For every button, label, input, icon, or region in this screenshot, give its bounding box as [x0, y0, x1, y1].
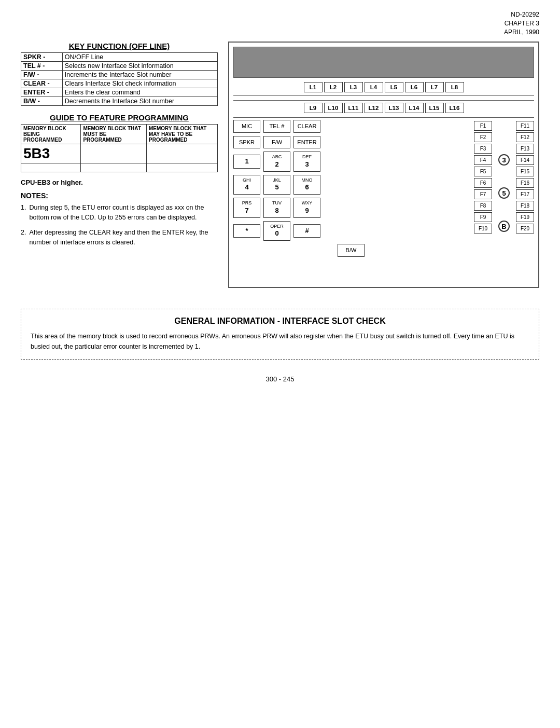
key-4[interactable]: GHI 4: [233, 175, 260, 195]
l-button[interactable]: L1: [304, 82, 323, 92]
f-button-f9[interactable]: F9: [474, 212, 492, 222]
l-button[interactable]: L11: [344, 103, 363, 113]
f-button-f7[interactable]: F7: [474, 189, 492, 199]
note-num-2: 2.: [21, 228, 26, 248]
left-column: KEY FUNCTION (OFF LINE) SPKR -ON/OFF Lin…: [21, 42, 218, 288]
key3-sub: DEF: [297, 154, 317, 160]
key6-num: 6: [297, 183, 317, 192]
key-star[interactable]: *: [233, 224, 260, 238]
f-button-row: F14: [516, 155, 534, 165]
badge-5: 5: [498, 187, 510, 199]
key-function-key: CLEAR -: [21, 79, 63, 88]
lcd-display: [233, 47, 534, 78]
l-button[interactable]: L6: [405, 82, 424, 92]
f-button-f4[interactable]: F4: [474, 155, 492, 165]
f-button-row: F2: [474, 132, 492, 142]
l-button[interactable]: L3: [344, 82, 363, 92]
guide-col3-header: MEMORY BLOCK THAT MAY HAVE TO BE PROGRAM…: [146, 125, 217, 144]
l-button[interactable]: L14: [405, 103, 424, 113]
l-button[interactable]: L7: [425, 82, 444, 92]
guide-col2-val: [81, 144, 147, 163]
l-buttons-row2: L9L10L11L12L13L14L15L16: [233, 103, 534, 113]
key-1[interactable]: 1: [233, 155, 260, 169]
f-button-row: F5: [474, 167, 492, 176]
main-content: KEY FUNCTION (OFF LINE) SPKR -ON/OFF Lin…: [21, 42, 539, 288]
key-function-key: TEL # -: [21, 62, 63, 71]
l-button[interactable]: L2: [324, 82, 343, 92]
key2-num: 2: [267, 160, 287, 169]
note-num-1: 1.: [21, 203, 26, 223]
f-button-row: F4: [474, 155, 492, 165]
l-button[interactable]: L4: [365, 82, 383, 92]
l-button[interactable]: L15: [425, 103, 444, 113]
key7-sub: PRS: [237, 200, 257, 207]
key-8[interactable]: TUV 8: [263, 198, 290, 218]
key-function-desc: Selects new Interface Slot information: [62, 62, 217, 71]
f-button-f6[interactable]: F6: [474, 178, 492, 188]
f-button-f10[interactable]: F10: [474, 224, 492, 233]
f-button-f1[interactable]: F1: [474, 121, 492, 131]
badge-col: 35B: [497, 120, 511, 283]
keypad-row6: * OPER 0 #: [233, 221, 469, 241]
key-0[interactable]: OPER 0: [263, 221, 290, 241]
key-function-row: TEL # -Selects new Interface Slot inform…: [21, 62, 218, 71]
guide-table: MEMORY BLOCK BEING PROGRAMMED MEMORY BLO…: [21, 124, 218, 172]
key-function-row: ENTER -Enters the clear command: [21, 88, 218, 97]
f-button-f17[interactable]: F17: [516, 189, 534, 199]
l-button[interactable]: L8: [445, 82, 464, 92]
f-button-f5[interactable]: F5: [474, 167, 492, 176]
f-button-row: F12: [516, 132, 534, 142]
l-button[interactable]: L9: [304, 103, 323, 113]
enter-key[interactable]: ENTER: [293, 136, 320, 148]
bw-key[interactable]: B/W: [338, 244, 365, 256]
key-function-key: F/W -: [21, 71, 63, 79]
enter-label: ENTER: [297, 139, 316, 145]
guide-col1-header: MEMORY BLOCK BEING PROGRAMMED: [21, 125, 81, 144]
f-button-row: F1: [474, 121, 492, 131]
f-button-f14[interactable]: F14: [516, 155, 534, 165]
key-hash[interactable]: #: [293, 224, 320, 238]
l-button[interactable]: L13: [385, 103, 403, 113]
spkr-key[interactable]: SPKR: [233, 136, 260, 148]
l-button[interactable]: L5: [385, 82, 403, 92]
general-info-box: GENERAL INFORMATION - INTERFACE SLOT CHE…: [21, 309, 539, 360]
f-button-f15[interactable]: F15: [516, 167, 534, 176]
keypad-row1: MIC TEL # CLEAR: [233, 120, 469, 132]
key-6[interactable]: MNO 6: [293, 175, 320, 195]
f-button-f19[interactable]: F19: [516, 212, 534, 222]
key-5[interactable]: JKL 5: [263, 175, 290, 195]
mic-key[interactable]: MIC: [233, 120, 260, 132]
f-button-f11[interactable]: F11: [516, 121, 534, 131]
key9-num: 9: [297, 207, 317, 215]
sep-line-3: [233, 117, 534, 118]
bw-label: B/W: [346, 247, 357, 253]
key5-sub: JKL: [267, 177, 287, 184]
f-button-f20[interactable]: F20: [516, 224, 534, 233]
tel-key[interactable]: TEL #: [263, 120, 290, 132]
f-button-f13[interactable]: F13: [516, 144, 534, 154]
f-button-f2[interactable]: F2: [474, 132, 492, 142]
f-button-f18[interactable]: F18: [516, 201, 534, 211]
l-button[interactable]: L12: [365, 103, 383, 113]
key-function-desc: ON/OFF Line: [62, 53, 217, 62]
key-3[interactable]: DEF 3: [293, 152, 320, 172]
keypad-row5: PRS 7 TUV 8 WXY 9: [233, 198, 469, 218]
note-item-1: 1. During step 5, the ETU error count is…: [21, 203, 218, 223]
tel-label: TEL #: [270, 123, 285, 129]
f-button-f8[interactable]: F8: [474, 201, 492, 211]
l-button[interactable]: L16: [445, 103, 464, 113]
l-button[interactable]: L10: [324, 103, 343, 113]
general-info-title: GENERAL INFORMATION - INTERFACE SLOT CHE…: [31, 317, 529, 326]
key-7[interactable]: PRS 7: [233, 198, 260, 218]
f-button-row: F11: [516, 121, 534, 131]
f-button-f3[interactable]: F3: [474, 144, 492, 154]
f-button-f12[interactable]: F12: [516, 132, 534, 142]
f-button-f16[interactable]: F16: [516, 178, 534, 188]
key-2[interactable]: ABC 2: [263, 152, 290, 172]
clear-key[interactable]: CLEAR: [293, 120, 320, 132]
keypad-row4: GHI 4 JKL 5 MNO 6: [233, 175, 469, 195]
key-function-desc: Clears Interface Slot check information: [62, 79, 217, 88]
key-function-table: SPKR -ON/OFF LineTEL # -Selects new Inte…: [21, 52, 218, 106]
key-9[interactable]: WXY 9: [293, 198, 320, 218]
fw-key[interactable]: F/W: [263, 136, 290, 148]
